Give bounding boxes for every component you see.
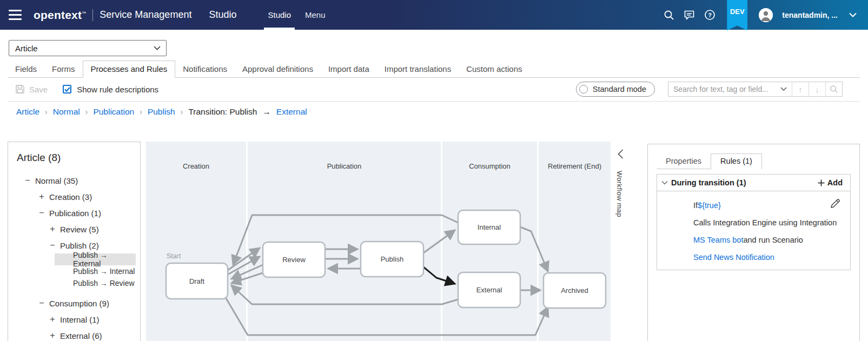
expand-icon[interactable]: + xyxy=(37,192,46,202)
tree-item-label: Consumption (9) xyxy=(49,299,109,308)
during-transition-section: During transition (1) Add If ${true}Call… xyxy=(657,174,851,270)
tab-rules[interactable]: Rules (1) xyxy=(711,153,762,169)
username[interactable]: tenantadmin, ... xyxy=(782,11,838,19)
save-button[interactable]: Save xyxy=(15,84,48,94)
avatar[interactable] xyxy=(759,8,773,22)
tree-node-consumption-9[interactable]: −Consumption (9) xyxy=(17,295,140,311)
tab-notifications[interactable]: Notifications xyxy=(175,61,235,77)
navbar-right: ? DEV tenantadmin, ... xyxy=(663,0,858,31)
node-label: External xyxy=(476,286,502,294)
tree-node-creation-3[interactable]: +Creation (3) xyxy=(17,189,140,205)
tab-approval-definitions[interactable]: Approval definitions xyxy=(235,61,321,77)
breadcrumb-link-normal[interactable]: Normal xyxy=(53,107,80,117)
tab-custom-actions[interactable]: Custom actions xyxy=(459,61,529,77)
standard-mode-label: Standard mode xyxy=(593,85,646,93)
radio-icon xyxy=(579,85,588,93)
show-rule-descriptions-label: Show rule descriptions xyxy=(77,85,158,94)
lane-creation xyxy=(146,142,246,341)
nav-tab-studio[interactable]: Studio xyxy=(268,0,291,30)
breadcrumb-link-article[interactable]: Article xyxy=(16,107,39,117)
node-label: Internal xyxy=(478,223,501,231)
search-icon[interactable] xyxy=(663,9,674,21)
rules-panel: Properties Rules (1) During transition (… xyxy=(647,144,860,341)
nav-tab-menu[interactable]: Menu xyxy=(305,0,326,30)
node-archived[interactable]: Archived xyxy=(544,273,606,308)
svg-text:?: ? xyxy=(708,12,712,18)
checkbox-checked-icon[interactable] xyxy=(63,85,71,93)
node-review[interactable]: Review xyxy=(263,242,325,277)
tree-transition-publish-review[interactable]: Publish → Review xyxy=(55,277,136,289)
add-rule-button[interactable]: Add xyxy=(818,178,843,187)
feedback-icon[interactable] xyxy=(684,9,695,21)
tab-forms[interactable]: Forms xyxy=(44,61,83,77)
collapse-icon[interactable]: − xyxy=(23,176,32,185)
expand-icon[interactable]: + xyxy=(48,224,57,234)
collapse-map-chevron-icon[interactable] xyxy=(618,149,624,161)
opentext-logo[interactable]: opentext™ xyxy=(34,9,86,22)
tree-transition-publish-internal[interactable]: Publish → Internal xyxy=(55,265,136,277)
breadcrumb: Article›Normal›Publication›Publish› Tran… xyxy=(16,105,307,119)
node-draft[interactable]: Draft xyxy=(166,263,228,299)
breadcrumb-link-publication[interactable]: Publication xyxy=(93,107,134,117)
tree-node-normal-35[interactable]: −Normal (35) xyxy=(17,172,140,189)
search-group: Search for text, tag or field... ↑ ↓ xyxy=(668,82,843,97)
toolbar-right: Standard mode Search for text, tag or fi… xyxy=(576,82,843,97)
edit-rule-pencil-icon[interactable] xyxy=(830,198,840,211)
tree-transition-publish-external[interactable]: Publish → External xyxy=(55,253,136,265)
collapse-icon[interactable]: − xyxy=(37,298,46,308)
tree-item-label: Publication (1) xyxy=(49,209,101,218)
user-menu-chevron-icon[interactable] xyxy=(847,9,858,21)
record-type-value: Article xyxy=(15,44,38,53)
rule-link-send-news-notification[interactable]: Send News Notification xyxy=(693,253,774,262)
section-collapse-chevron-icon[interactable] xyxy=(661,180,668,185)
tree-node-publication-1[interactable]: −Publication (1) xyxy=(17,205,140,221)
lane-retirement-end xyxy=(539,142,611,341)
studio-tabs: FieldsFormsProcesses and RulesNotificati… xyxy=(8,61,860,78)
chevron-down-icon xyxy=(154,46,161,50)
environment-badge[interactable]: DEV xyxy=(727,0,747,31)
tree-item-label: Publish (2) xyxy=(60,241,99,250)
rule-text: If xyxy=(693,201,698,210)
search-go-button[interactable] xyxy=(825,82,842,96)
tree-item-label: Creation (3) xyxy=(49,192,92,202)
tree-node-external-6[interactable]: +External (6) xyxy=(17,327,140,341)
tree-node-internal-1[interactable]: +Internal (1) xyxy=(17,311,140,327)
tab-fields[interactable]: Fields xyxy=(8,61,44,77)
rule-link-ms-teams-bot[interactable]: MS Teams bot xyxy=(693,236,743,244)
standard-mode-toggle[interactable]: Standard mode xyxy=(576,82,655,97)
collapse-icon[interactable]: − xyxy=(37,208,46,218)
record-type-select[interactable]: Article xyxy=(9,40,167,56)
node-external[interactable]: External xyxy=(458,272,520,307)
search-scope-chevron-icon xyxy=(780,87,787,91)
node-internal[interactable]: Internal xyxy=(458,210,520,244)
help-icon[interactable]: ? xyxy=(704,9,715,21)
expand-icon[interactable]: + xyxy=(48,331,57,340)
tab-import-data[interactable]: Import data xyxy=(321,61,377,77)
node-publish[interactable]: Publish xyxy=(361,242,423,277)
tab-import-translations[interactable]: Import translations xyxy=(377,61,459,77)
search-next-button[interactable]: ↓ xyxy=(809,82,825,96)
rule-link-true[interactable]: ${true} xyxy=(698,201,721,210)
breadcrumb-target-link[interactable]: External xyxy=(276,107,307,117)
expand-icon[interactable]: + xyxy=(48,315,57,324)
rule-text: and run Scenario xyxy=(743,236,803,244)
hamburger-menu-icon[interactable] xyxy=(9,10,22,20)
tree-item-label: Internal (1) xyxy=(60,315,100,324)
tree-item-label: Publish → External xyxy=(73,251,136,268)
show-rule-descriptions-toggle[interactable]: Show rule descriptions xyxy=(63,85,158,94)
rule-line-1: If ${true} xyxy=(693,197,842,214)
search-input[interactable]: Search for text, tag or field... xyxy=(668,82,792,96)
node-label: Archived xyxy=(561,286,588,295)
collapse-icon[interactable]: − xyxy=(48,240,57,250)
breadcrumb-link-publish[interactable]: Publish xyxy=(148,107,175,117)
workflow-map-label[interactable]: Workflow map xyxy=(615,171,624,217)
tree-node-review-5[interactable]: +Review (5) xyxy=(17,221,140,237)
top-navbar: opentext™ Service Management Studio Stud… xyxy=(0,0,868,30)
tree-item-label: Publish → Review xyxy=(73,279,135,287)
breadcrumb-separator: › xyxy=(140,108,142,116)
rule-text: Calls Integration Engine using Integrati… xyxy=(693,218,837,227)
search-prev-button[interactable]: ↑ xyxy=(792,82,809,96)
during-transition-header: During transition (1) Add xyxy=(657,175,850,191)
tab-processes-and-rules[interactable]: Processes and Rules xyxy=(83,61,176,78)
tab-properties[interactable]: Properties xyxy=(657,154,711,169)
